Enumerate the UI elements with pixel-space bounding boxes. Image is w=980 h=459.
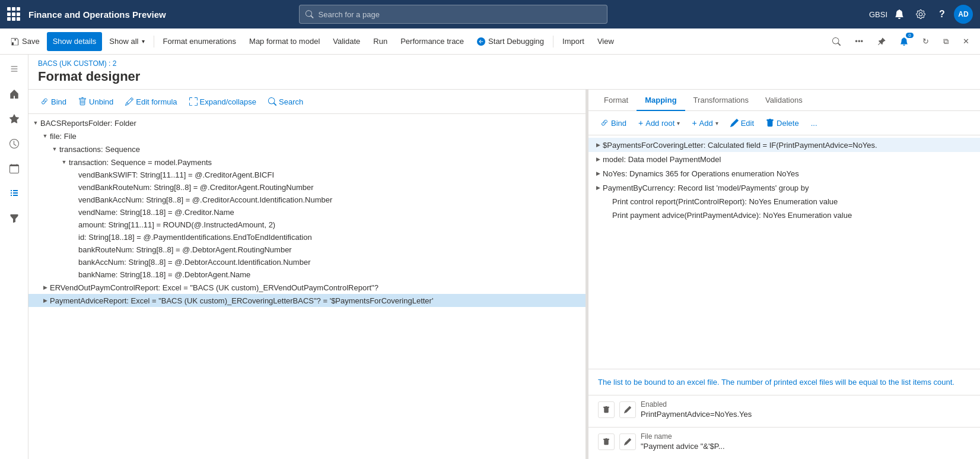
tree-toggle[interactable]: ▶: [40, 296, 50, 305]
edit-button[interactable]: Edit: [726, 115, 759, 131]
tree-toggle[interactable]: ▼: [31, 118, 40, 128]
tree-item[interactable]: id: String[18..18] = @.PaymentIdentifica…: [28, 231, 586, 243]
mapping-item[interactable]: ▶model: Data model PaymentModel: [588, 152, 980, 166]
sidebar-recent-icon[interactable]: [2, 132, 26, 156]
add-dropdown-icon: ▾: [715, 120, 718, 126]
search-input[interactable]: [319, 10, 602, 19]
save-button[interactable]: Save: [5, 32, 46, 51]
sidebar-calendar-icon[interactable]: [2, 157, 26, 181]
content-area: BACS (UK CUSTOM) : 2 Format designer Bin…: [28, 55, 980, 459]
edit-formula-button[interactable]: Edit formula: [120, 93, 182, 110]
tree-item[interactable]: amount: String[11..11] = ROUND(@.Instruc…: [28, 219, 586, 231]
close-btn[interactable]: ✕: [957, 32, 975, 51]
tree-toggle[interactable]: ▶: [40, 283, 50, 292]
validate-button[interactable]: Validate: [327, 32, 366, 51]
mapping-item[interactable]: Print payment advice(PrintPaymentAdvice)…: [588, 208, 980, 222]
tab-mapping[interactable]: Mapping: [637, 90, 685, 111]
tree-item[interactable]: ▼transaction: Sequence = model.Payments: [28, 156, 586, 169]
format-tree[interactable]: ▼BACSReportsFolder: Folder▼file: File▼tr…: [28, 114, 586, 459]
sidebar-list-icon[interactable]: [2, 182, 26, 205]
mapping-item[interactable]: ▶PaymentByCurrency: Record list 'model/P…: [588, 181, 980, 195]
prop-row: File name "Payment advice "&'$P...: [598, 432, 971, 451]
more-options-button[interactable]: •••: [849, 32, 869, 51]
tab-bar: Format Mapping Transformations Validatio…: [588, 90, 980, 111]
map-format-to-model-button[interactable]: Map format to model: [243, 32, 326, 51]
prop-edit-btn[interactable]: [619, 433, 636, 450]
mapping-toggle[interactable]: ▶: [593, 140, 603, 150]
search-cmd-btn[interactable]: [826, 32, 847, 51]
tree-item-text: PaymentAdviceReport: Excel = "BACS (UK c…: [50, 296, 583, 305]
user-avatar[interactable]: AD: [954, 5, 973, 24]
tree-item[interactable]: bankName: String[18..18] = @.DebtorAgent…: [28, 268, 586, 281]
sidebar-menu-icon[interactable]: [2, 57, 26, 81]
tree-item[interactable]: ▼BACSReportsFolder: Folder: [28, 116, 586, 129]
save-icon: [11, 37, 19, 46]
mapping-item[interactable]: ▶NoYes: Dynamics 365 for Operations enum…: [588, 166, 980, 181]
tree-item[interactable]: ▼file: File: [28, 129, 586, 143]
properties-container: Enabled PrintPaymentAdvice=NoYes.Yes Fil…: [588, 395, 980, 459]
show-all-button[interactable]: Show all ▾: [103, 32, 150, 51]
format-enumerations-button[interactable]: Format enumerations: [157, 32, 243, 51]
tree-item[interactable]: vendBankAccNum: String[8..8] = @.Credito…: [28, 194, 586, 206]
add-root-button[interactable]: + Add root ▾: [634, 115, 685, 131]
tree-toggle[interactable]: ▼: [59, 157, 69, 167]
tree-item[interactable]: ▶ERVendOutPaymControlReport: Excel = "BA…: [28, 281, 586, 294]
tree-item-text: BACSReportsFolder: Folder: [40, 119, 583, 128]
tab-validations[interactable]: Validations: [757, 90, 811, 111]
sidebar-home-icon[interactable]: [2, 82, 26, 106]
prop-delete-btn[interactable]: [598, 401, 615, 418]
sidebar-icons: [0, 55, 28, 459]
sidebar-filter-icon[interactable]: [2, 207, 26, 230]
tab-transformations[interactable]: Transformations: [685, 90, 757, 111]
search-tree-button[interactable]: Search: [263, 93, 308, 110]
tree-toggle[interactable]: ▼: [50, 144, 59, 154]
right-bind-button[interactable]: Bind: [596, 115, 631, 131]
add-button[interactable]: + Add ▾: [687, 115, 723, 131]
tree-item[interactable]: ▶PaymentAdviceReport: Excel = "BACS (UK …: [28, 294, 586, 307]
refresh-btn[interactable]: ↻: [917, 32, 935, 51]
view-button[interactable]: View: [591, 32, 620, 51]
help-icon[interactable]: ?: [933, 5, 952, 24]
performance-trace-button[interactable]: Performance trace: [394, 32, 470, 51]
bind-button[interactable]: Bind: [36, 93, 71, 110]
prop-edit-btn[interactable]: [619, 401, 636, 418]
mapping-item[interactable]: ▶$PaymentsForCoveringLetter: Calculated …: [588, 138, 980, 152]
expand-collapse-button[interactable]: Expand/collapse: [184, 93, 261, 110]
import-button[interactable]: Import: [556, 32, 590, 51]
prop-delete-btn[interactable]: [598, 433, 615, 450]
mapping-item-text: Print payment advice(PrintPaymentAdvice)…: [612, 211, 975, 220]
tree-item[interactable]: bankRouteNum: String[8..8] = @.DebtorAge…: [28, 243, 586, 256]
more-toolbar-button[interactable]: ...: [806, 115, 822, 131]
prop-label: File name: [641, 432, 971, 441]
mapping-item-text: $PaymentsForCoveringLetter: Calculated f…: [603, 141, 975, 150]
start-debugging-button[interactable]: Start Debugging: [471, 32, 550, 51]
tree-toggle[interactable]: ▼: [40, 131, 50, 141]
run-button[interactable]: Run: [367, 32, 393, 51]
popout-btn[interactable]: ⧉: [937, 32, 954, 51]
apps-icon[interactable]: [7, 7, 21, 21]
show-details-button[interactable]: Show details: [47, 32, 103, 51]
tree-item[interactable]: vendBankSWIFT: String[11..11] = @.Credit…: [28, 169, 586, 181]
page-title: Format designer: [38, 69, 971, 84]
mapping-toggle[interactable]: ▶: [593, 169, 603, 178]
unbind-button[interactable]: Unbind: [74, 93, 118, 110]
top-nav: Finance and Operations Preview GBSI ? AD: [0, 0, 980, 29]
mapping-tree[interactable]: ▶$PaymentsForCoveringLetter: Calculated …: [588, 135, 980, 369]
notification-bell[interactable]: [890, 5, 909, 24]
sidebar-favorites-icon[interactable]: [2, 107, 26, 131]
tree-item[interactable]: vendBankRouteNum: String[8..8] = @.Credi…: [28, 181, 586, 194]
search-bar[interactable]: [299, 5, 607, 24]
tree-item[interactable]: vendName: String[18..18] = @.Creditor.Na…: [28, 206, 586, 219]
delete-button[interactable]: Delete: [761, 115, 804, 131]
tree-item[interactable]: ▼transactions: Sequence: [28, 143, 586, 156]
settings-icon[interactable]: [911, 5, 930, 24]
debug-icon: [477, 37, 485, 46]
mapping-toggle[interactable]: ▶: [593, 154, 603, 164]
mapping-toggle[interactable]: ▶: [593, 183, 603, 192]
tree-item[interactable]: bankAccNum: String[8..8] = @.DebtorAccou…: [28, 256, 586, 268]
notification-badge-btn[interactable]: 0: [894, 32, 914, 51]
pin-button[interactable]: [871, 32, 892, 51]
tree-item-text: bankName: String[18..18] = @.DebtorAgent…: [78, 270, 583, 279]
tab-format[interactable]: Format: [596, 90, 637, 111]
mapping-item[interactable]: Print control report(PrintControlReport)…: [588, 195, 980, 208]
